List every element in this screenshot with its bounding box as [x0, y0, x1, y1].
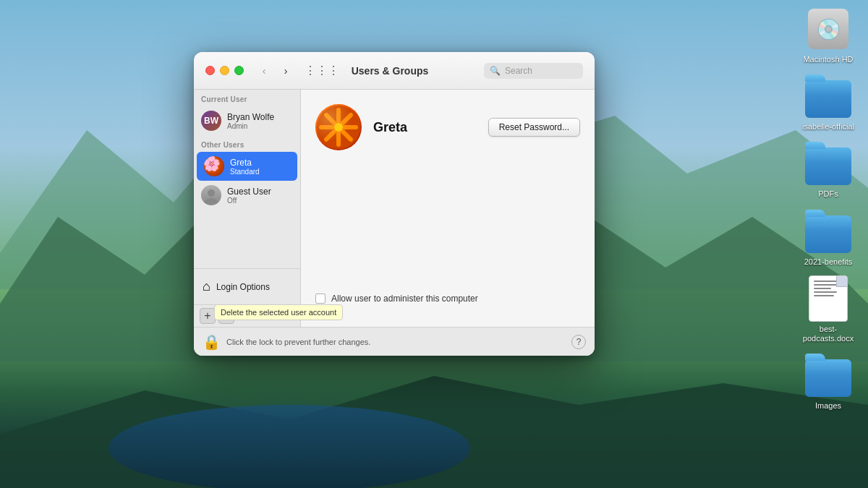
add-user-button[interactable]: + [200, 308, 216, 324]
sidebar-item-bryan[interactable]: BW Bryan Wolfe Admin [194, 106, 300, 135]
allow-admin-label: Allow user to administer this computer [331, 294, 478, 304]
help-button[interactable]: ? [571, 335, 586, 349]
guest-role: Off [227, 197, 271, 205]
minimize-button[interactable] [220, 66, 229, 75]
login-options-item[interactable]: ⌂ Login Options [200, 275, 294, 299]
window-body: Current User BW Bryan Wolfe Admin Other … [194, 90, 595, 327]
svg-point-22 [334, 123, 343, 132]
users-groups-window: ‹ › ⋮⋮⋮ Users & Groups 🔍 Current User BW… [194, 52, 595, 356]
desktop-icon-pdfs[interactable]: PDFs [796, 140, 861, 199]
search-box[interactable]: 🔍 [484, 63, 583, 79]
macintosh-hd-icon: 💿 [805, 6, 851, 52]
lock-message: Click the lock to prevent further change… [226, 338, 566, 346]
sidebar-item-guest[interactable]: Guest User Off [194, 181, 300, 210]
user-avatar-large [315, 104, 362, 150]
images-folder-icon [805, 352, 851, 398]
desktop-icon-best-podcasts[interactable]: best-podcasts.docx [796, 275, 861, 343]
house-icon: ⌂ [203, 279, 210, 294]
avatar-bryan: BW [201, 111, 221, 131]
best-podcasts-label: best-podcasts.docx [796, 325, 861, 343]
lock-icon[interactable]: 🔒 [203, 333, 221, 351]
nav-buttons: ‹ › [255, 62, 294, 80]
pdfs-label: PDFs [818, 189, 838, 199]
bottom-bar: Delete the selected user account 🔒 Click… [194, 327, 595, 356]
isabelle-official-label: isabelle-official [802, 122, 854, 132]
svg-point-12 [205, 198, 218, 203]
selected-user-name: Greta [373, 120, 407, 135]
svg-point-11 [208, 189, 215, 197]
2021-benefits-label: 2021-benefits [804, 257, 853, 267]
svg-line-19 [326, 132, 334, 140]
best-podcasts-doc-icon [805, 275, 851, 322]
login-options-label: Login Options [216, 282, 270, 292]
sidebar: Current User BW Bryan Wolfe Admin Other … [194, 90, 301, 327]
desktop-icon-macintosh-hd[interactable]: 💿 Macintosh HD [796, 6, 861, 64]
search-input[interactable] [505, 66, 577, 76]
reset-password-button[interactable]: Reset Password... [488, 118, 580, 137]
desktop-icon-isabelle-official[interactable]: isabelle-official [796, 73, 861, 132]
forward-button[interactable]: › [277, 62, 294, 80]
svg-line-15 [343, 115, 351, 123]
bryan-role: Admin [227, 122, 274, 130]
svg-line-17 [343, 132, 351, 140]
maximize-button[interactable] [234, 66, 244, 75]
desktop-icons: 💿 Macintosh HD isabelle-official PDFs 20… [788, 0, 868, 488]
main-content: Greta Reset Password... Allow user to ad… [301, 90, 595, 327]
close-button[interactable] [205, 66, 215, 75]
2021-benefits-folder-icon [805, 208, 851, 254]
svg-line-21 [326, 115, 334, 123]
add-remove-bar: + − [194, 304, 300, 327]
traffic-lights [205, 66, 244, 75]
current-user-label: Current User [194, 90, 300, 106]
greta-role: Standard [230, 168, 260, 176]
user-detail-header: Greta Reset Password... [315, 104, 580, 150]
desktop-icon-images[interactable]: Images [796, 352, 861, 411]
desktop-icon-2021-benefits[interactable]: 2021-benefits [796, 208, 861, 267]
titlebar: ‹ › ⋮⋮⋮ Users & Groups 🔍 [194, 52, 595, 90]
pdfs-folder-icon [805, 140, 851, 187]
macintosh-hd-label: Macintosh HD [803, 55, 853, 64]
avatar-guest [201, 185, 221, 205]
back-button[interactable]: ‹ [255, 62, 273, 80]
sidebar-item-greta[interactable]: Greta Standard [197, 152, 297, 181]
isabelle-official-folder-icon [805, 73, 851, 119]
search-icon: 🔍 [490, 66, 501, 76]
bryan-name: Bryan Wolfe [227, 112, 274, 122]
avatar-greta [204, 156, 224, 176]
greta-name: Greta [230, 158, 260, 168]
guest-name: Guest User [227, 187, 271, 197]
window-title: Users & Groups [305, 65, 475, 77]
images-label: Images [815, 401, 841, 411]
other-users-label: Other Users [194, 135, 300, 152]
login-options-section: ⌂ Login Options [194, 268, 300, 304]
remove-user-button[interactable]: − [218, 308, 234, 324]
checkbox-area: Allow user to administer this computer [315, 285, 580, 312]
svg-point-13 [317, 106, 360, 149]
allow-admin-checkbox[interactable] [315, 294, 326, 304]
